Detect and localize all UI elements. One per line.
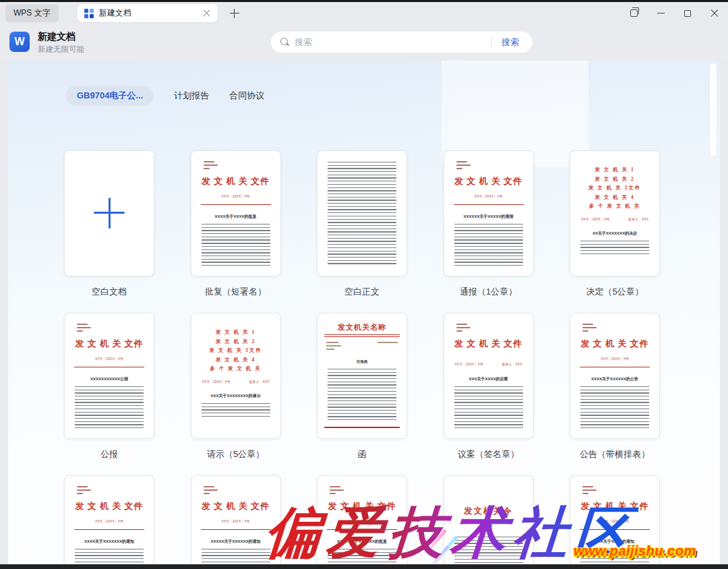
doc-body-text — [454, 386, 523, 429]
doc-meta-lines — [582, 486, 597, 496]
template-label: 函 — [358, 448, 367, 460]
template-cell: 发 文 机 关 文件XX字〔20XX〕X号XXXXXX关于XXXXX的通报通报（… — [444, 150, 534, 297]
doc-bottom-rule — [324, 427, 400, 428]
doc-ref-line: XX字〔20XX〕X号 — [191, 194, 280, 198]
doc-subject: XXX关于XXXXXXXX的请示 — [191, 393, 280, 399]
doc-subject: XXXXXXXXXXX公报 — [65, 376, 154, 382]
template-cell: 发 文 机 关 文件XX字〔20XX〕X号XXXX关于XXXXXXX的通知 — [64, 475, 154, 569]
doc-subject: XXXX关于XXXXXX的公告 — [570, 376, 659, 382]
template-label: 议案（签名章） — [458, 448, 519, 460]
doc-meta-lines — [204, 161, 218, 171]
maximize-button[interactable] — [674, 2, 701, 24]
doc-ref-line: XX字〔20XX〕X号 — [444, 194, 533, 198]
template-card[interactable]: 发 文 机 关 文件XX字〔20XX〕X号XXXX关于XXXXXXX的通知 — [64, 475, 154, 569]
wps-app-button[interactable]: WPS 文字 — [5, 4, 59, 22]
template-card[interactable]: 发 文 机 关 文件XX字〔20XX〕X号XXXXXXXXXXX公报 — [64, 313, 154, 439]
doc-ref-left: XX字〔20XX〕X号 — [455, 362, 483, 366]
template-cell: 空白文档 — [64, 150, 154, 297]
doc-subject: XXXX关于XXXXXXX的通知 — [65, 539, 154, 545]
window-stack-button[interactable] — [620, 2, 647, 24]
doc-org-line: 多 个 发 文 机 关 — [570, 202, 659, 211]
template-card[interactable]: 发 文 机 关 1发 文 机 关 2发 文 机 关 3文件发 文 机 关 4多 … — [570, 150, 660, 276]
category-tabs: GB9704电子公... 计划报告 合同协议 — [66, 86, 264, 106]
doc-red-title: 发 文 机 关 文件 — [444, 338, 533, 350]
screen-top-edge — [0, 0, 728, 2]
main-panel: GB9704电子公... 计划报告 合同协议 空白文档发 文 机 关 文件XX字… — [8, 61, 720, 569]
new-tab-button[interactable] — [230, 9, 239, 18]
tab-title: 新建文档 — [99, 7, 203, 19]
template-label: 空白文档 — [92, 286, 127, 297]
template-card[interactable] — [317, 150, 407, 276]
doc-org-line: 发 文 机 关 2 — [570, 175, 659, 184]
blank-document-card[interactable] — [64, 150, 154, 276]
template-cell: 发 文 机 关 文件XX字〔20XX〕X号签发人：XXXXXX关于XXXX的议案… — [444, 313, 534, 460]
doc-subject: XXXX关于XXXX的批复 — [191, 214, 280, 220]
search-box[interactable]: 搜索 搜索 — [271, 32, 533, 53]
doc-issuer: 签发人：XXX — [628, 217, 648, 221]
template-label: 请示（5公章） — [207, 448, 264, 460]
doc-meta-lines — [456, 161, 471, 171]
tab-grid-icon — [84, 9, 94, 18]
plus-icon — [94, 198, 125, 229]
doc-subject: XXXXXX关于XXXXX的通报 — [444, 214, 533, 220]
close-icon — [710, 9, 719, 18]
template-card[interactable]: 发 文 机 关 文件XX字〔20XX〕X号XXXXXX关于XXXXX的通报 — [444, 150, 534, 276]
doc-double-rule — [324, 334, 400, 337]
template-label: 通报（1公章） — [460, 286, 517, 297]
template-label: 空白正文 — [344, 286, 380, 297]
category-tab-gb9704[interactable]: GB9704电子公... — [66, 86, 154, 106]
doc-org-line: 发 文 机 关 1 — [570, 165, 659, 175]
doc-red-rule — [201, 529, 271, 530]
minimize-button[interactable] — [647, 2, 674, 24]
doc-meta-lines — [326, 342, 341, 353]
watermark-url: www.paijishu.com — [574, 543, 696, 559]
doc-letter-title: 发文机关名称 — [317, 322, 406, 332]
doc-org-line: 多 个 发 文 机 关 — [191, 364, 280, 373]
doc-red-rule — [74, 529, 144, 530]
doc-body-text — [328, 369, 396, 421]
category-tab-plan-report[interactable]: 计划报告 — [174, 90, 209, 102]
page-title: 新建文档 — [38, 31, 75, 43]
template-card[interactable]: 发文机关名称任免函 — [317, 313, 407, 439]
stack-icon — [630, 9, 638, 17]
template-cell: 发文机关名称任免函函 — [317, 313, 407, 460]
page-header: W 新建文档 新建无限可能 搜索 搜索 — [0, 24, 728, 61]
scrollbar-thumb[interactable] — [710, 63, 717, 156]
title-bar: WPS 文字 新建文档 — [0, 2, 728, 24]
doc-red-title: 发 文 机 关 文件 — [65, 338, 154, 350]
doc-issuer: 签发人：XXX — [249, 380, 269, 384]
doc-ref-left: XX字〔20XX〕X号 — [581, 217, 609, 221]
template-cell: 发 文 机 关 文件XX字〔20XX〕X号XXXX关于XXXX的批复批复（短署名… — [191, 150, 281, 297]
close-button[interactable] — [701, 2, 728, 24]
template-card[interactable]: 发 文 机 关 1发 文 机 关 2发 文 机 关 3文件发 文 机 关 4多 … — [191, 313, 281, 439]
doc-red-title: 发 文 机 关 文件 — [570, 338, 659, 350]
category-tab-contract[interactable]: 合同协议 — [229, 90, 264, 102]
document-tab[interactable]: 新建文档 — [78, 4, 218, 22]
template-label: 公告（带横排表） — [580, 448, 650, 460]
doc-red-title: 发 文 机 关 文件 — [444, 175, 533, 187]
page-subtitle: 新建无限可能 — [38, 44, 84, 55]
template-card[interactable]: 发 文 机 关 文件XX字〔20XX〕X号XXXX关于XXXXXX的公告 — [570, 313, 660, 439]
doc-meta-lines — [77, 324, 91, 334]
doc-meta-lines — [330, 486, 344, 496]
doc-org-line: 发 文 机 关 2 — [191, 337, 280, 347]
template-cell: 发 文 机 关 1发 文 机 关 2发 文 机 关 3文件发 文 机 关 4多 … — [191, 313, 281, 460]
doc-meta-lines — [77, 486, 91, 496]
minimize-icon — [657, 13, 665, 13]
doc-ref-left: XX字〔20XX〕X号 — [202, 380, 231, 384]
template-cell: 发 文 机 关 文件XX字〔20XX〕X号XXXX关于XXXXXX的公告公告（带… — [570, 313, 660, 460]
doc-date-line — [377, 342, 398, 343]
search-button[interactable]: 搜索 — [492, 36, 528, 49]
template-label: 决定（5公章） — [586, 286, 643, 297]
search-input[interactable]: 搜索 — [295, 36, 491, 49]
template-card[interactable]: 发 文 机 关 文件XX字〔20XX〕X号XXXX关于XXXX的批复 — [191, 150, 281, 276]
doc-meta-lines — [456, 324, 471, 334]
doc-org-line: 发 文 机 关 3文件 — [191, 346, 280, 355]
doc-red-title: 发 文 机 关 文件 — [191, 175, 280, 187]
doc-subject: 任免函 — [317, 359, 406, 364]
template-card[interactable]: 发 文 机 关 文件XX字〔20XX〕X号签发人：XXXXXX关于XXXX的议案 — [444, 313, 534, 439]
doc-body-text — [580, 241, 649, 256]
doc-body-text — [75, 386, 144, 429]
tab-close-icon[interactable] — [203, 9, 211, 18]
doc-org-line: 发 文 机 关 4 — [191, 355, 280, 365]
